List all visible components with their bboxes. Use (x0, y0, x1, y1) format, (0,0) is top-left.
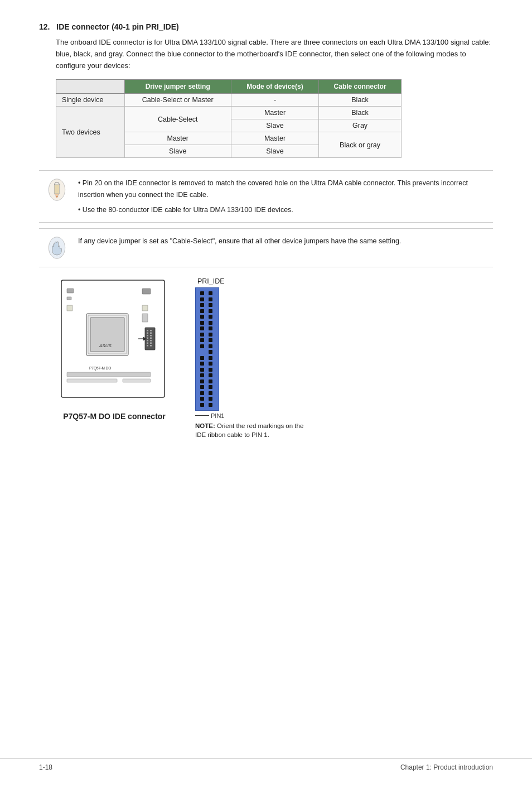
svg-rect-21 (147, 343, 148, 344)
ide-table: Drive jumper setting Mode of device(s) C… (56, 79, 402, 158)
cell-jumper-3: Master (124, 132, 231, 145)
svg-rect-30 (67, 379, 117, 382)
pin-dot (209, 303, 212, 307)
pin-dot (209, 385, 212, 389)
pin-dot (209, 403, 212, 407)
connector-label: PRI_IDE (197, 277, 225, 285)
pin-dot (200, 373, 204, 377)
svg-rect-13 (147, 333, 148, 334)
svg-rect-20 (150, 340, 152, 342)
pin-dot (200, 368, 204, 372)
col-header-0 (56, 80, 125, 94)
cell-cable-1: Black (319, 94, 402, 107)
cell-mode-2b: Slave (231, 119, 318, 132)
pin-dot (200, 303, 204, 307)
note-1-content: • Pin 20 on the IDE connector is removed… (78, 177, 487, 215)
cell-mode-3: Master (231, 132, 318, 145)
pin-dot (209, 362, 212, 366)
pin-dot (209, 297, 212, 301)
intro-paragraph: The onboard IDE connector is for Ultra D… (56, 37, 493, 71)
pin-dot (209, 309, 212, 313)
svg-rect-1 (54, 185, 59, 194)
cell-jumper-4: Slave (124, 145, 231, 158)
pin-dot (209, 373, 212, 377)
note-2-text: If any device jumper is set as "Cable-Se… (78, 236, 487, 247)
section-heading: IDE connector (40-1 pin PRI_IDE) (56, 22, 178, 31)
connector-diagram: PRI_IDE (195, 277, 307, 439)
note-box-2: If any device jumper is set as "Cable-Se… (39, 228, 493, 267)
footer-chapter: Chapter 1: Product introduction (400, 763, 493, 771)
cell-mode-2a: Master (231, 107, 318, 119)
svg-rect-24 (150, 345, 152, 347)
pin-dot (200, 297, 204, 301)
svg-rect-18 (150, 338, 152, 339)
section-title: 12. IDE connector (40-1 pin PRI_IDE) (39, 22, 493, 31)
pin1-label: PIN1 (211, 412, 224, 419)
cell-cable-3: Black or gray (319, 132, 402, 158)
col-header-drive: Drive jumper setting (124, 80, 231, 94)
svg-rect-23 (147, 345, 148, 347)
svg-rect-34 (142, 314, 148, 322)
pin-dot (209, 344, 212, 348)
svg-rect-32 (67, 305, 72, 311)
svg-rect-11 (147, 330, 148, 331)
pin-dot (200, 397, 204, 401)
svg-rect-29 (67, 372, 151, 377)
note-box-1: • Pin 20 on the IDE connector is removed… (39, 170, 493, 223)
diagram-area: ASUS P7Q57-M DO (56, 277, 493, 439)
note-1-bullet-1: • Pin 20 on the IDE connector is removed… (78, 177, 487, 200)
board-svg: ASUS P7Q57-M DO (56, 277, 173, 406)
note-1-bullet-2: • Use the 80-conductor IDE cable for Ult… (78, 204, 487, 216)
svg-rect-16 (150, 335, 152, 337)
pin-dot (209, 321, 212, 325)
svg-rect-12 (150, 330, 152, 331)
connector-note: NOTE: Orient the red markings on the IDE… (195, 421, 307, 439)
pin-dot (209, 368, 212, 372)
pin-dot (209, 356, 212, 360)
hand-icon (46, 236, 67, 260)
footer-page-number: 1-18 (39, 763, 52, 771)
svg-rect-19 (147, 340, 148, 342)
col-header-cable: Cable connector (319, 80, 402, 94)
pin-dot (200, 333, 204, 337)
col-header-mode: Mode of device(s) (231, 80, 318, 94)
pin-dot (209, 326, 212, 330)
pencil-icon (46, 177, 67, 202)
svg-rect-15 (147, 335, 148, 337)
note-label: NOTE: (195, 422, 215, 429)
section-number: 12. (39, 22, 50, 31)
svg-text:P7Q57-M DO: P7Q57-M DO (89, 366, 111, 371)
pin-dot (200, 321, 204, 325)
pin-dot (209, 391, 212, 395)
svg-rect-14 (150, 333, 152, 334)
cell-jumper-2: Cable-Select (124, 107, 231, 132)
pin-dot (200, 315, 204, 319)
svg-text:ASUS: ASUS (99, 343, 112, 348)
hand-icon-area (45, 236, 69, 260)
pin-dot (209, 333, 212, 337)
pin-dot (200, 309, 204, 313)
svg-rect-17 (147, 338, 148, 339)
pin-dot (209, 379, 212, 383)
pin-dot (200, 356, 204, 360)
note-2-content: If any device jumper is set as "Cable-Se… (78, 236, 487, 247)
svg-rect-27 (67, 297, 71, 300)
pin-dot (200, 338, 204, 342)
svg-rect-28 (142, 289, 151, 294)
board-caption: P7Q57-M DO IDE connector (56, 412, 173, 421)
pin-dot (200, 403, 204, 407)
table-row: Single device Cable-Select or Master - B… (56, 94, 402, 107)
svg-rect-22 (150, 343, 152, 344)
cell-cable-2b: Gray (319, 119, 402, 132)
cell-cable-2a: Black (319, 107, 402, 119)
cell-device-single: Single device (56, 94, 125, 107)
cell-mode-1: - (231, 94, 318, 107)
pin-dot (200, 379, 204, 383)
svg-rect-31 (123, 379, 151, 382)
pin-dot (200, 385, 204, 389)
pin-dot (200, 391, 204, 395)
pin-dot (209, 315, 212, 319)
pencil-icon-area (45, 177, 69, 202)
pin-dot (200, 291, 204, 295)
board-diagram: ASUS P7Q57-M DO (56, 277, 173, 406)
